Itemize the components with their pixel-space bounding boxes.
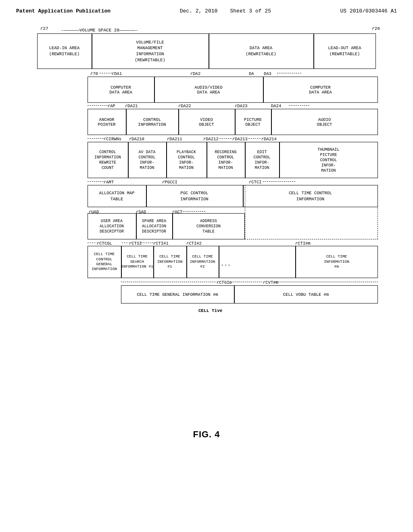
dashed-right-border-2	[378, 185, 378, 239]
label-27: r27	[40, 26, 48, 31]
cell-time-general-m: CELL TIME GENERAL INFORMATION #m	[121, 285, 234, 303]
recording-ctrl: RECORDINGCONTROLINFOR-MATION	[206, 142, 245, 178]
dash-CTCGL-left	[88, 243, 98, 243]
cell-time-ctrl: CELL TIME CONTROLINFORMATION	[243, 185, 378, 207]
anchor-pointer: ANCHORPOINTER	[88, 109, 126, 135]
header-patent: US 2010/0303446 A1	[340, 8, 397, 14]
fig-caption: FIG. 4	[29, 429, 384, 440]
label-CTGIm: rCTGIm	[217, 280, 232, 285]
label-DA211: rDA211	[167, 137, 182, 141]
diagram-area: r27 ←——————VOLUME SPACE 28——————→ r26 LE…	[29, 26, 384, 440]
label-DA21: rDA21	[125, 104, 138, 108]
dashed-bottom	[245, 239, 378, 239]
control-information: CONTROLINFORMATION	[126, 109, 178, 135]
label-CTI2: rCTI#2	[186, 241, 202, 246]
cell-time-info-2: CELL TIMEINFORMATION#2	[186, 246, 219, 278]
label-DA: DA	[249, 71, 254, 76]
dash-DA3	[277, 73, 301, 73]
volume-file-mgmt: VOLUME/FILEMANAGEMENTINFORMATION(REWRITA…	[92, 33, 209, 69]
av-data-ctrl: AV DATACONTROLINFOR-MATION	[128, 142, 166, 178]
dash-CVTm-right	[274, 282, 378, 282]
edit-ctrl: EDITCONTROLINFOR-MATION	[245, 142, 279, 178]
label-DA214: rDA214	[261, 137, 277, 141]
alloc-map-table: ALLOCATION MAPTABLE	[88, 185, 146, 207]
label-26: r26	[372, 26, 380, 31]
lead-in-area: LEAD-IN AREA(REWRITABLE)	[37, 33, 92, 69]
dash-70-DA1	[100, 73, 112, 73]
dash-DA212	[219, 138, 232, 139]
cell-time-general: CELL TIMECONTROLGENERALINFORMATION	[88, 246, 121, 278]
label-DA210: rDA210	[129, 137, 144, 141]
cell-time-search: CELL TIMESEARCHINFORMATION #1	[121, 246, 153, 278]
label-CTCGL: rCTCGL	[97, 241, 112, 246]
pgc-ctrl-info: PGC CONTROLINFORMATION	[146, 185, 243, 207]
audio-object: AUDIOOBJECT	[271, 109, 378, 135]
label-DA212: rDA212	[203, 137, 219, 141]
header: Patent Application Publication Dec. 2, 2…	[16, 8, 397, 14]
computer-data-left: COMPUTERDATA AREA	[88, 77, 154, 103]
thumbnail-ctrl: THUMBNAILPICTURECONTROLINFOR-MATION	[279, 142, 378, 178]
label-DA1: rDA1	[112, 71, 122, 76]
label-DA22: rDA22	[178, 104, 191, 108]
label-PGCCI: rPGCCI	[162, 180, 177, 185]
audio-video-data: AUDIO/VIDEODATA AREA	[154, 77, 263, 103]
ctrl-info-rewrite: CONTROLINFORMATIONREWRITECOUNT	[88, 142, 128, 178]
cti-div-4	[219, 246, 219, 278]
header-publication: Patent Application Publication	[16, 8, 111, 14]
label-CTI1: rCTI#1	[153, 241, 169, 246]
cell-time-info-m: CELL TIMEINFORMATION#m	[295, 246, 378, 278]
label-CTCI: rCTCI	[249, 180, 262, 185]
label-DA213: rDA213	[232, 137, 248, 141]
dash-ACT	[183, 211, 205, 212]
label-70: r70	[90, 71, 99, 76]
label-DA2: rDA2	[190, 71, 200, 76]
spare-area-alloc: SPARE AREAALLOCATIONDESCRIPTOR	[136, 213, 172, 239]
dash-cirwns-left	[88, 138, 106, 139]
diagram-container: r27 ←——————VOLUME SPACE 28——————→ r26 LE…	[29, 26, 384, 421]
dash-bottom-row	[121, 282, 274, 282]
dash-AMT	[88, 181, 106, 182]
address-conv-table: ADDRESSCONVERSIONTABLE	[172, 213, 245, 239]
dash-CTSI-right	[141, 243, 153, 243]
cell-vobu-table-m: CELL VOBU TABLE #m	[234, 285, 378, 303]
dash-CTCI	[263, 181, 295, 182]
picture-object: PICTUREOBJECT	[235, 109, 271, 135]
label-CIRWNs: rCIRWNs	[104, 137, 121, 141]
data-area: DATA AREA(REWRITABLE)	[209, 33, 313, 69]
cell-time-info-1: CELL TIMEINFORMATION#1	[153, 246, 186, 278]
ellipsis: ···	[221, 262, 231, 268]
label-CTSI: rCTSI	[129, 241, 142, 246]
dash-DA24	[289, 105, 309, 106]
header-date-sheet: Dec. 2, 2010 Sheet 3 of 25	[180, 8, 271, 14]
label-DA23: rDA23	[235, 104, 248, 108]
label-DA3: DA3	[264, 71, 271, 76]
user-area-alloc: USER AREAALLOCATIONDESCRIPTOR	[88, 213, 136, 239]
lead-out-area: LEAD-OUT AREA(REWRITABLE)	[313, 33, 376, 69]
dash-DA213	[248, 138, 261, 139]
dash-CTSI-left	[122, 243, 130, 243]
volume-space-arrow: ←——————VOLUME SPACE 28——————→	[61, 28, 138, 33]
computer-data-right: COMPUTERDATA AREA	[263, 77, 378, 103]
video-object: VIDEOOBJECT	[178, 109, 235, 135]
label-CTIm: rCTI#m	[295, 241, 311, 246]
label-CVTm: rCVT#m	[263, 280, 278, 285]
label-DA24: DA24	[271, 104, 281, 108]
label-AMT: rAMT	[104, 180, 114, 185]
dashed-right-border	[245, 185, 245, 239]
label-AP: rAP	[108, 104, 115, 108]
playback-ctrl: PLAYBACKCONTROLINFOR-MATION	[166, 142, 206, 178]
page: Patent Application Publication Dec. 2, 2…	[0, 0, 413, 532]
dash-AP-left	[88, 105, 108, 106]
cell-tive-label: CELL Tive	[198, 308, 222, 313]
